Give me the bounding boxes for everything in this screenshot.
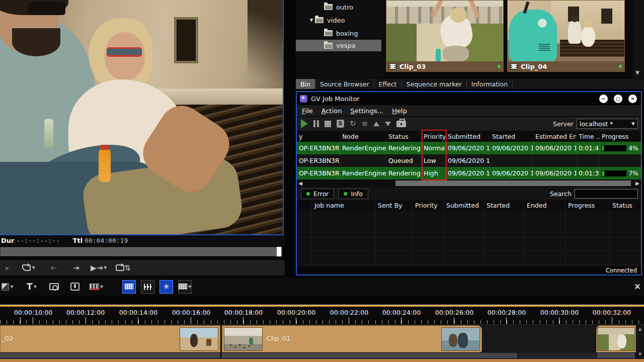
- expand-caret-icon[interactable]: ▼: [308, 18, 315, 23]
- col-header[interactable]: Time ...: [577, 131, 600, 142]
- loop-playback-icon[interactable]: ▼: [22, 261, 35, 275]
- clip03-thumbnail[interactable]: [386, 1, 503, 62]
- job-row-queued-low[interactable]: OP-ER3BN3R ... Queued Low 09/06/2020 10.…: [297, 154, 641, 167]
- col-header[interactable]: Progress: [566, 200, 610, 211]
- voice-over-icon[interactable]: [68, 280, 82, 293]
- timeline-clip-01[interactable]: Clip_01: [222, 325, 482, 352]
- job-row-rendering-normal[interactable]: OP-ER3BN3R ... RenderEngine Rendering No…: [297, 142, 641, 154]
- audio-mixer-icon[interactable]: [141, 280, 154, 293]
- panel-close-icon[interactable]: ✕: [634, 282, 641, 292]
- jobs-horizontal-scrollbar[interactable]: ◀ ▶: [297, 179, 641, 187]
- scroll-down-icon[interactable]: ▼: [635, 70, 639, 75]
- timeline-clip-02[interactable]: _02: [0, 325, 220, 352]
- audio-clip-01[interactable]: [222, 353, 518, 358]
- bin-vertical-scrollbar[interactable]: ▼: [633, 0, 644, 78]
- close-icon[interactable]: ✕: [628, 95, 637, 103]
- toolbox-icon[interactable]: [396, 121, 406, 127]
- export-window-icon[interactable]: ▼: [178, 280, 192, 293]
- col-header[interactable]: Ended: [524, 200, 566, 211]
- col-header[interactable]: Progress: [600, 131, 641, 142]
- tab-information[interactable]: Information: [467, 79, 513, 89]
- col-header[interactable]: Started: [484, 200, 524, 211]
- folder-item-outro[interactable]: outro: [296, 1, 381, 13]
- col-header[interactable]: Started: [490, 131, 533, 142]
- job-row-rendering-high[interactable]: OP-ER3BN3R ... RenderEngine Rendering Hi…: [297, 167, 641, 179]
- minimize-icon[interactable]: −: [599, 95, 608, 103]
- job-list-icon[interactable]: ≡: [362, 120, 368, 128]
- clip04-label-bar[interactable]: Clip_04: [508, 61, 624, 71]
- folder-item-vespa-selected[interactable]: vespa: [296, 40, 381, 51]
- tab-source-browser[interactable]: Source Browser: [315, 79, 374, 89]
- col-header[interactable]: Priority: [422, 131, 446, 142]
- delete-job-icon[interactable]: S: [337, 120, 344, 128]
- scrollbar-thumb[interactable]: [395, 180, 631, 186]
- folder-item-video[interactable]: ▼ video: [296, 14, 381, 26]
- audio-clip-03[interactable]: [597, 353, 636, 358]
- menu-action[interactable]: Action: [321, 107, 342, 115]
- tab-sequence-marker[interactable]: Sequence marker: [402, 79, 467, 89]
- preview-monitor: [0, 0, 284, 235]
- scroll-right-icon[interactable]: ▶: [634, 180, 641, 186]
- preview-position-slider[interactable]: [0, 246, 283, 257]
- render-sequence-icon[interactable]: ▼: [90, 280, 103, 293]
- menu-file[interactable]: File: [302, 107, 313, 115]
- transition-icon[interactable]: ▼: [1, 280, 14, 293]
- track-vertical-scrollbar[interactable]: ▲ ▼: [636, 325, 644, 358]
- pause-job-icon[interactable]: [313, 120, 319, 127]
- col-header[interactable]: Submitted: [444, 200, 484, 211]
- capture-frame-icon[interactable]: [47, 280, 60, 293]
- trim-in-icon[interactable]: ⇤: [47, 261, 60, 275]
- col-header[interactable]: Node: [340, 131, 386, 142]
- slider-track[interactable]: [1, 247, 282, 256]
- folder-icon: [324, 4, 333, 10]
- col-header[interactable]: Sent By: [375, 200, 413, 211]
- priority-down-icon[interactable]: [385, 122, 391, 126]
- tab-effect[interactable]: Effect: [374, 79, 402, 89]
- restore-icon[interactable]: ◻: [614, 95, 622, 103]
- stop-job-icon[interactable]: [325, 121, 331, 127]
- expand-arrow-icon[interactable]: ▶: [1, 261, 14, 275]
- film-clip-icon: [389, 63, 396, 69]
- error-filter-button[interactable]: Error: [301, 189, 334, 199]
- priority-up-icon[interactable]: [373, 122, 379, 126]
- col-header[interactable]: Job name: [312, 200, 375, 211]
- scroll-down-icon[interactable]: ▼: [638, 352, 641, 356]
- effect-palette-toggle[interactable]: ✳: [159, 280, 173, 293]
- audio-clip-02[interactable]: [0, 353, 221, 358]
- title-tool-icon[interactable]: T▼: [25, 280, 38, 293]
- col-header[interactable]: y: [297, 131, 340, 142]
- start-job-icon[interactable]: [301, 119, 308, 128]
- col-header[interactable]: Status: [610, 200, 641, 211]
- folder-item-boxing[interactable]: boxing: [296, 27, 381, 39]
- menu-settings[interactable]: Settings...: [351, 107, 384, 115]
- clip04-thumbnail[interactable]: [508, 1, 624, 62]
- col-header[interactable]: Submitted: [446, 131, 490, 142]
- play-around-cut-icon[interactable]: ▶⇥▼: [91, 261, 107, 275]
- col-header[interactable]: Priority: [413, 200, 444, 211]
- info-filter-button[interactable]: Info: [338, 189, 368, 199]
- clip-card-clip03[interactable]: Clip_03: [386, 0, 504, 72]
- trim-out-icon[interactable]: ⇥: [69, 261, 83, 275]
- scroll-up-icon[interactable]: ▲: [638, 327, 641, 331]
- col-header[interactable]: Status: [386, 131, 422, 142]
- server-dropdown[interactable]: localhost * ▼: [577, 119, 638, 129]
- folder-label: boxing: [336, 30, 358, 37]
- menu-help[interactable]: Help: [392, 107, 407, 115]
- online-status-dot: [498, 65, 501, 68]
- col-header[interactable]: Estimated End: [533, 131, 577, 142]
- tab-bin[interactable]: Bin: [296, 79, 315, 89]
- search-input[interactable]: [575, 189, 638, 199]
- restart-job-icon[interactable]: ↻: [350, 120, 356, 128]
- window-title-bar[interactable]: GV Job Monitor − ◻ ✕: [297, 92, 641, 105]
- clip03-label-bar[interactable]: Clip_03: [386, 61, 503, 71]
- slider-handle[interactable]: [277, 247, 281, 256]
- timeline-clip-03[interactable]: [596, 325, 636, 352]
- log-filter-bar: Error Info Search: [297, 187, 641, 200]
- bin-window-toggle[interactable]: [122, 280, 136, 293]
- scroll-left-icon[interactable]: ◀: [297, 180, 304, 186]
- export-icon[interactable]: ⇅: [116, 261, 131, 275]
- col-header[interactable]: [297, 200, 312, 211]
- search-label: Search: [550, 190, 572, 198]
- clip-card-clip04[interactable]: Clip_04: [507, 0, 625, 72]
- timecode-ruler[interactable]: 00:00:10:00 00:00:12:00 00:00:14:00 00:0…: [0, 307, 644, 325]
